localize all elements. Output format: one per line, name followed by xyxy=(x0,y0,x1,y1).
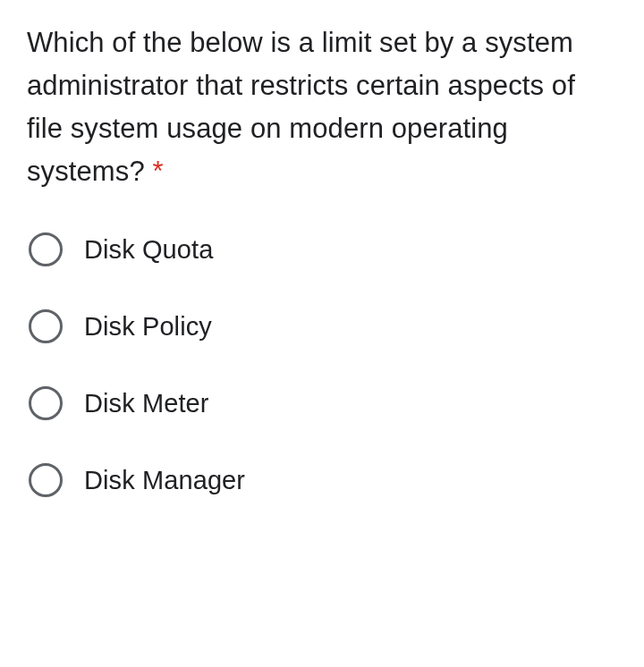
options-list: Disk Quota Disk Policy Disk Meter Disk M… xyxy=(27,232,617,497)
question-body: Which of the below is a limit set by a s… xyxy=(27,27,575,187)
option-disk-policy[interactable]: Disk Policy xyxy=(29,309,617,343)
option-label: Disk Policy xyxy=(84,312,212,342)
option-disk-meter[interactable]: Disk Meter xyxy=(29,386,617,420)
question-text: Which of the below is a limit set by a s… xyxy=(27,21,617,193)
option-label: Disk Meter xyxy=(84,389,209,418)
radio-icon xyxy=(29,232,63,266)
radio-icon xyxy=(29,463,63,497)
option-disk-quota[interactable]: Disk Quota xyxy=(29,232,617,266)
option-disk-manager[interactable]: Disk Manager xyxy=(29,463,617,497)
required-asterisk: * xyxy=(152,156,163,187)
option-label: Disk Manager xyxy=(84,466,245,495)
option-label: Disk Quota xyxy=(84,235,213,265)
radio-icon xyxy=(29,309,63,343)
radio-icon xyxy=(29,386,63,420)
